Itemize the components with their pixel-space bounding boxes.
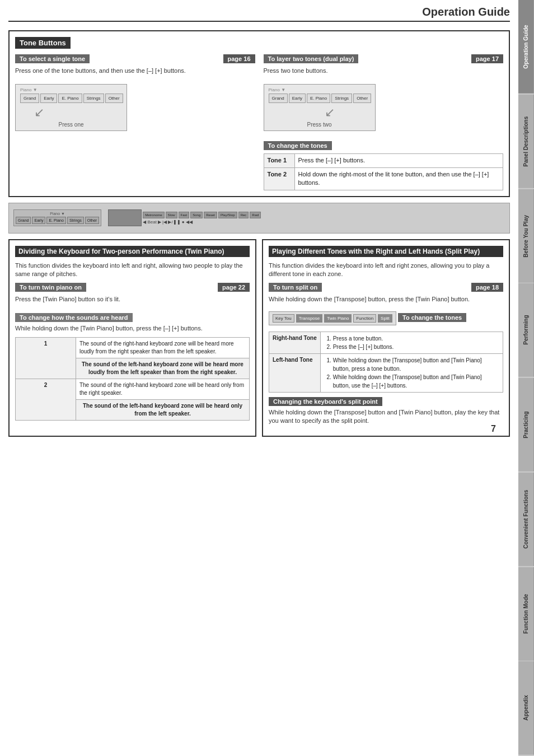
tone2-row: Tone 2 Hold down the right-most of the l… bbox=[264, 167, 503, 190]
twin-piano-btn: Twin Piano bbox=[324, 314, 352, 323]
twin-piano-section: Dividing the Keyboard for Two-person Per… bbox=[8, 239, 256, 437]
panel-piano-label: Piano ▼ bbox=[16, 212, 99, 216]
sidebar: Operation Guide Panel Descriptions Befor… bbox=[518, 0, 534, 756]
right-hand-label: Right-hand Tone bbox=[269, 332, 321, 353]
twin-on-page: page 22 bbox=[218, 283, 250, 292]
twin-on-title: To turn twin piano on bbox=[15, 283, 86, 292]
split-point-instruction: While holding down the [Transpose] butto… bbox=[269, 408, 503, 426]
strings-btn[interactable]: Strings bbox=[83, 94, 104, 103]
left-hand-label: Left-hand Tone bbox=[269, 353, 321, 392]
change-tones-title: To change the tones bbox=[264, 141, 332, 150]
twin-piano-intro: This function divides the keyboard into … bbox=[15, 262, 250, 279]
sidebar-tab-operation-guide[interactable]: Operation Guide bbox=[518, 0, 534, 94]
panel-rwd: Rwd bbox=[250, 212, 261, 218]
grand-btn[interactable]: Grand bbox=[20, 94, 39, 103]
single-tone-instruction: Press one of the tone buttons, and then … bbox=[15, 67, 255, 75]
tone-buttons-title: Tone Buttons bbox=[15, 37, 71, 49]
twin-piano-title: Dividing the Keyboard for Two-person Per… bbox=[15, 246, 250, 257]
split-play-title: Playing Different Tones with the Right a… bbox=[269, 246, 503, 257]
panel-strings: Strings bbox=[67, 217, 84, 224]
sound-row-1: 1 The sound of the right-hand keyboard z… bbox=[16, 338, 250, 358]
dual-play-instruction: Press two tone buttons. bbox=[264, 67, 504, 75]
main-content: Operation Guide Tone Buttons To select a… bbox=[0, 0, 518, 442]
other-btn[interactable]: Other bbox=[105, 94, 123, 103]
sidebar-tab-before-you-play[interactable]: Before You Play bbox=[518, 189, 534, 283]
left-hand-step-2: While holding down the [Transpose] butto… bbox=[333, 373, 499, 390]
page-number: 7 bbox=[491, 424, 496, 434]
press-two-arrow-area: ↙ bbox=[269, 105, 371, 120]
dual-play-col: To layer two tones (dual play) page 17 P… bbox=[264, 54, 504, 190]
panel-metronome: Metronome bbox=[143, 212, 164, 218]
split-on-title: To turn split on bbox=[269, 283, 322, 292]
panel-song: Song bbox=[190, 212, 203, 218]
down-arrow-icon-2: ↙ bbox=[325, 105, 335, 120]
split-play-intro: This function divides the keyboard into … bbox=[269, 262, 503, 279]
change-sounds-title: To change how the sounds are heard bbox=[15, 313, 133, 322]
dual-tone-keyboard: Piano ▼ Grand Early E. Piano Strings Oth… bbox=[264, 84, 376, 131]
twin-piano-sound-table: 1 The sound of the right-hand keyboard z… bbox=[15, 337, 250, 421]
right-hand-step-2: Press the [–] [+] buttons. bbox=[333, 343, 499, 351]
change-sounds-instruction: While holding down the [Twin Piano] butt… bbox=[15, 324, 250, 333]
panel-display-screen bbox=[108, 209, 142, 226]
sidebar-tab-performing[interactable]: Performing bbox=[518, 283, 534, 377]
sound-row-2: 2 The sound of the right-hand keyboard z… bbox=[16, 379, 250, 400]
transpose-btn: Transpose bbox=[296, 314, 323, 323]
panel-strip-area: Piano ▼ Grand Early E. Piano Strings Oth… bbox=[8, 203, 510, 234]
tone-buttons-section: Tone Buttons To select a single tone pag… bbox=[8, 30, 510, 197]
function-btn: Function bbox=[353, 314, 376, 323]
single-tone-buttons-row: Grand Early E. Piano Strings Other bbox=[20, 94, 122, 103]
sound-num-1: 1 bbox=[16, 338, 76, 379]
grand-btn-2[interactable]: Grand bbox=[269, 94, 288, 103]
early-btn-2[interactable]: Early bbox=[289, 94, 306, 103]
panel-play-icon: |◀ ▶/❚❚ ● ◀◀ bbox=[162, 220, 193, 225]
right-hand-list: Press a tone button. Press the [–] [+] b… bbox=[324, 334, 499, 351]
right-hand-row: Right-hand Tone Press a tone button. Pre… bbox=[269, 332, 503, 353]
panel-slow: Slow bbox=[166, 212, 177, 218]
split-change-tones-title: To change the tones bbox=[398, 313, 466, 322]
sound-desc-1a: The sound of the right-hand keyboard zon… bbox=[76, 338, 249, 358]
panel-rec: Rec bbox=[238, 212, 249, 218]
panel-display-area: Metronome Slow Fast Song Reset Play/Stop… bbox=[108, 209, 505, 226]
sound-num-2: 2 bbox=[16, 379, 76, 421]
split-btn-graphic: Split bbox=[378, 314, 392, 323]
panel-reset: Reset bbox=[204, 212, 217, 218]
change-tones-area: To change the tones Tone 1 Press the [–]… bbox=[264, 141, 504, 190]
panel-playstop: Play/Stop bbox=[218, 212, 237, 218]
down-arrow-icon: ↙ bbox=[34, 105, 44, 120]
dual-play-title: To layer two tones (dual play) bbox=[264, 54, 359, 63]
split-on-instruction: While holding down the [Transpose] butto… bbox=[269, 295, 503, 304]
sidebar-tab-appendix[interactable]: Appendix bbox=[518, 661, 534, 755]
panel-right-row1: Metronome Slow Fast Song Reset Play/Stop… bbox=[143, 212, 261, 218]
panel-right-row2: ◀ Beat ▶ |◀ ▶/❚❚ ● ◀◀ bbox=[143, 220, 261, 225]
right-hand-steps: Press a tone button. Press the [–] [+] b… bbox=[320, 332, 503, 353]
tone2-label: Tone 2 bbox=[264, 167, 294, 190]
early-btn[interactable]: Early bbox=[40, 94, 57, 103]
panel-keys-group: Piano ▼ Grand Early E. Piano Strings Oth… bbox=[13, 209, 101, 226]
sound-desc-1b: The sound of the left-hand keyboard zone… bbox=[76, 358, 249, 379]
page-title: Operation Guide bbox=[8, 6, 510, 18]
tone1-desc: Press the [–] [+] buttons. bbox=[294, 154, 503, 167]
tone2-desc: Hold down the right-most of the lit tone… bbox=[294, 167, 503, 190]
twin-on-header: To turn twin piano on page 22 bbox=[15, 283, 250, 292]
epiano-btn[interactable]: E. Piano bbox=[58, 94, 82, 103]
panel-right-buttons: Metronome Slow Fast Song Reset Play/Stop… bbox=[143, 212, 261, 225]
sidebar-tab-function-mode[interactable]: Function Mode bbox=[518, 567, 534, 661]
split-on-page: page 18 bbox=[471, 283, 503, 292]
sidebar-tab-convenient-functions[interactable]: Convenient Functions bbox=[518, 473, 534, 566]
tone1-row: Tone 1 Press the [–] [+] buttons. bbox=[264, 154, 503, 167]
key-tou-btn: Key Tou bbox=[273, 314, 294, 323]
page-header: Operation Guide bbox=[8, 6, 510, 22]
sidebar-tab-practicing[interactable]: Practicing bbox=[518, 378, 534, 472]
other-btn-2[interactable]: Other bbox=[353, 94, 371, 103]
single-tone-title: To select a single tone bbox=[15, 54, 90, 63]
strings-btn-2[interactable]: Strings bbox=[331, 94, 352, 103]
panel-beat-label: ◀ Beat ▶ bbox=[143, 220, 161, 225]
epiano-btn-2[interactable]: E. Piano bbox=[307, 94, 330, 103]
panel-buttons-row: Grand Early E. Piano Strings Other bbox=[16, 217, 99, 224]
single-tone-col: To select a single tone page 16 Press on… bbox=[15, 54, 255, 190]
split-play-section: Playing Different Tones with the Right a… bbox=[262, 239, 510, 437]
left-hand-row: Left-hand Tone While holding down the [T… bbox=[269, 353, 503, 392]
twin-on-instruction: Press the [Twin Piano] button so it's li… bbox=[15, 295, 250, 304]
sidebar-tab-panel-descriptions[interactable]: Panel Descriptions bbox=[518, 95, 534, 188]
panel-epiano: E. Piano bbox=[46, 217, 65, 224]
